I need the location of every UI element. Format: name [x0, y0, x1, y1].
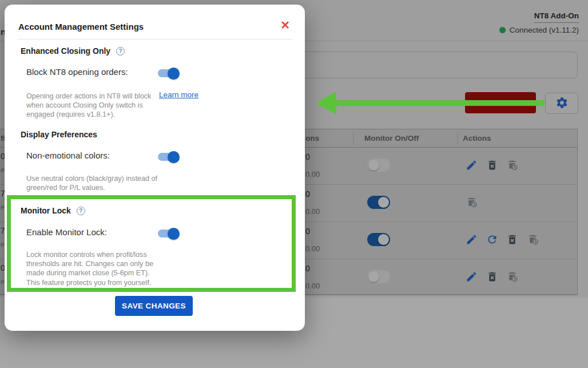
- section-heading: Display Preferences: [21, 130, 97, 139]
- section-display-preferences: Display Preferences: [21, 130, 97, 139]
- modal-divider: [17, 39, 292, 39]
- monitor-lock-description: Lock monitor controls when profit/loss t…: [26, 250, 170, 287]
- non-emotional-colors-label: Non-emotional colors:: [26, 151, 110, 160]
- learn-more-link[interactable]: Learn more: [159, 90, 198, 99]
- block-nt8-label: Block NT8 opening orders:: [26, 67, 128, 77]
- section-heading: Monitor Lock: [21, 206, 71, 215]
- block-nt8-toggle[interactable]: [158, 69, 178, 77]
- modal-title: Account Management Settings: [18, 22, 144, 31]
- display-description: Use neutral colors (black/gray) instead …: [26, 174, 170, 192]
- enable-monitor-lock-label: Enable Monitor Lock:: [26, 227, 107, 237]
- close-icon[interactable]: ✕: [280, 19, 290, 31]
- section-enhanced-closing-only: Enhanced Closing Only ?: [21, 46, 125, 56]
- enable-monitor-lock-toggle[interactable]: [158, 229, 178, 238]
- help-icon[interactable]: ?: [116, 47, 125, 56]
- section-monitor-lock: Monitor Lock ?: [21, 206, 85, 215]
- section-heading: Enhanced Closing Only: [21, 46, 110, 56]
- save-changes-button[interactable]: SAVE CHANGES: [115, 296, 193, 316]
- help-icon[interactable]: ?: [77, 207, 85, 215]
- account-management-settings-modal: Account Management Settings ✕ Enhanced C…: [5, 5, 305, 331]
- enhanced-description: Opening order actions in NT8 will block …: [26, 92, 170, 120]
- non-emotional-colors-toggle[interactable]: [158, 153, 178, 161]
